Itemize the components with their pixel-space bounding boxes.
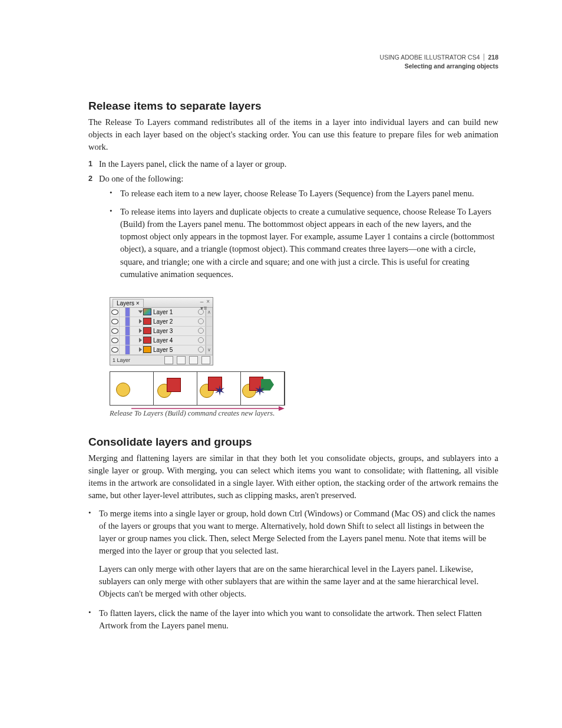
selection-bar: [125, 308, 130, 317]
visibility-icon[interactable]: [111, 319, 118, 324]
trash-button[interactable]: [201, 356, 210, 364]
layer-name[interactable]: Layer 4: [151, 337, 196, 344]
star-icon: ✶: [254, 384, 266, 398]
disclosure-icon[interactable]: [139, 338, 142, 342]
step-number: 1: [88, 159, 99, 169]
figure-layers: Layers × – ×▾≡ Layer 1 ∧ Layer 2: [110, 297, 498, 406]
intro-release: The Release To Layers command redistribu…: [88, 116, 498, 153]
page-header: USING ADOBE ILLUSTRATOR CS4 218 Selectin…: [88, 53, 498, 70]
new-sublayer-button[interactable]: [177, 356, 186, 364]
layer-row[interactable]: Layer 2: [110, 317, 213, 327]
consolidate-list: • To merge items into a single layer or …: [88, 508, 498, 632]
panel-footer: 1 Layer: [110, 355, 213, 365]
bullet-icon: •: [88, 508, 99, 600]
layer-row[interactable]: Layer 3: [110, 327, 213, 336]
visibility-icon[interactable]: [111, 309, 118, 315]
layer-thumb: [143, 318, 151, 325]
build-sequence: ✶ ✶: [110, 371, 285, 406]
visibility-icon[interactable]: [111, 347, 118, 353]
bullet-text: To merge items into a single layer or gr…: [99, 509, 495, 555]
circle-icon: [116, 383, 130, 397]
panel-tab[interactable]: Layers ×: [113, 299, 144, 307]
layer-thumb: [143, 337, 151, 344]
panel-header: Layers × – ×▾≡: [110, 298, 213, 308]
page-number: 218: [484, 54, 498, 61]
arrow-icon: [131, 404, 285, 413]
header-title: USING ADOBE ILLUSTRATOR CS4: [380, 54, 480, 61]
layer-row[interactable]: Layer 5 ∨: [110, 345, 213, 355]
step-text: In the Layers panel, click the name of a…: [99, 159, 498, 169]
bullet-text: To release items into layers and duplica…: [120, 206, 498, 280]
step-number: 2: [88, 174, 99, 286]
layer-name[interactable]: Layer 2: [151, 318, 196, 325]
layer-thumb: [143, 327, 151, 334]
heading-consolidate: Consolidate layers and groups: [88, 436, 498, 449]
steps-list: 1 In the Layers panel, click the name of…: [88, 159, 498, 286]
layer-name[interactable]: Layer 5: [151, 347, 196, 353]
bullet-icon: •: [88, 607, 99, 632]
layer-thumb: [143, 308, 151, 315]
header-subtitle: Selecting and arranging objects: [405, 62, 498, 70]
layer-row[interactable]: Layer 4: [110, 336, 213, 345]
footer-label: 1 Layer: [113, 357, 161, 363]
bullet-text: Layers can only merge with other layers …: [99, 563, 498, 600]
intro-consolidate: Merging and flattening layers are simila…: [88, 452, 498, 502]
layer-thumb: [143, 346, 151, 353]
disclosure-icon[interactable]: [139, 319, 142, 324]
disclosure-icon[interactable]: [138, 311, 143, 314]
star-icon: ✶: [214, 384, 226, 398]
selection-bar: [125, 327, 130, 335]
bullet-text: To release each item to a new layer, cho…: [120, 187, 498, 200]
locate-button[interactable]: [164, 356, 173, 364]
disclosure-icon[interactable]: [139, 347, 142, 352]
step-text: Do one of the following:: [99, 174, 183, 183]
square-icon: [167, 378, 181, 392]
layer-name[interactable]: Layer 3: [151, 328, 196, 334]
selection-bar: [125, 317, 130, 326]
disclosure-icon[interactable]: [139, 328, 142, 333]
layer-row[interactable]: Layer 1 ∧: [110, 308, 213, 317]
new-layer-button[interactable]: [189, 356, 198, 364]
bullet-text: To flatten layers, click the name of the…: [99, 607, 498, 632]
selection-bar: [125, 345, 130, 354]
svg-marker-1: [279, 406, 285, 411]
visibility-icon[interactable]: [111, 328, 118, 334]
target-icon[interactable]: [198, 318, 204, 324]
bullet-icon: •: [110, 206, 120, 280]
bullet-icon: •: [110, 187, 120, 200]
scroll-down-icon[interactable]: ∨: [206, 345, 213, 354]
target-icon[interactable]: [198, 347, 204, 353]
visibility-icon[interactable]: [111, 338, 118, 343]
layer-name[interactable]: Layer 1: [151, 309, 196, 315]
target-icon[interactable]: [198, 337, 204, 343]
target-icon[interactable]: [198, 328, 204, 334]
layers-panel: Layers × – ×▾≡ Layer 1 ∧ Layer 2: [110, 297, 213, 365]
panel-sys-icons[interactable]: – ×▾≡: [200, 298, 210, 311]
selection-bar: [125, 336, 130, 345]
sub-bullets: • To release each item to a new layer, c…: [110, 187, 498, 280]
heading-release: Release items to separate layers: [88, 100, 498, 113]
